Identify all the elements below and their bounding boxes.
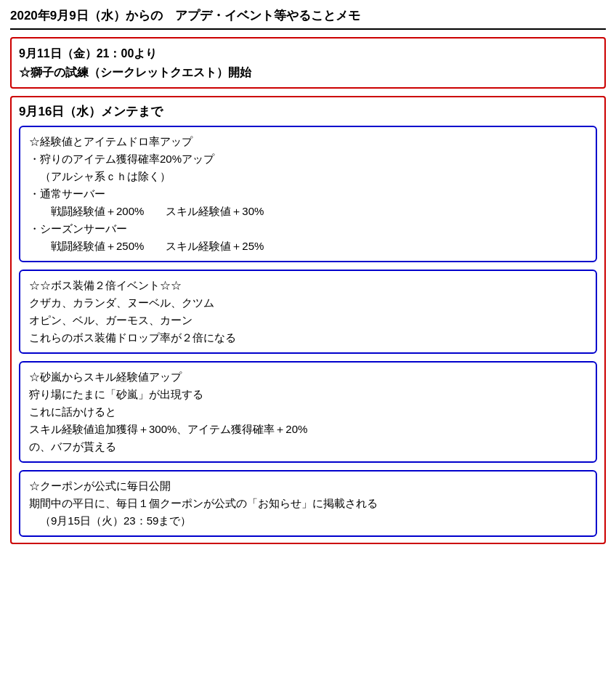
box1-line3: ・通常サーバー [29,185,587,203]
box3-line0: ☆砂嵐からスキル経験値アップ [29,368,587,386]
section1-line1: 9月11日（金）21：00より [19,44,597,63]
box3-line2: これに話かけると [29,403,587,421]
box1-line1: ・狩りのアイテム獲得確率20%アップ [29,150,587,168]
box1-line0: ☆経験値とアイテムドロ率アップ [29,133,587,150]
box2-line3: これらのボス装備ドロップ率が２倍になる [29,329,587,347]
box4-line1: 期間中の平日に、毎日１個クーポンが公式の「お知らせ」に掲載される [29,495,587,512]
section2-box4: ☆クーポンが公式に毎日公開 期間中の平日に、毎日１個クーポンが公式の「お知らせ」… [19,470,597,537]
section1-box: 9月11日（金）21：00より ☆獅子の試練（シークレットクエスト）開始 [10,37,606,89]
title-divider [10,28,606,30]
box1-line5: ・シーズンサーバー [29,220,587,238]
box2-line1: クザカ、カランダ、ヌーベル、クツム [29,294,587,312]
section2-box2: ☆☆ボス装備２倍イベント☆☆ クザカ、カランダ、ヌーベル、クツム オピン、ベル、… [19,270,597,354]
box2-line0: ☆☆ボス装備２倍イベント☆☆ [29,277,587,294]
section2-box3: ☆砂嵐からスキル経験値アップ 狩り場にたまに「砂嵐」が出現する これに話かけると… [19,361,597,463]
box4-line0: ☆クーポンが公式に毎日公開 [29,477,587,495]
page-title: 2020年9月9日（水）からの アプデ・イベント等やることメモ [10,7,606,24]
section2-outer-box: 9月16日（水）メンテまで ☆経験値とアイテムドロ率アップ ・狩りのアイテム獲得… [10,96,606,544]
box1-line2: （アルシャ系ｃｈは除く） [29,168,587,185]
box1-line4: 戦闘経験値＋200% スキル経験値＋30% [29,203,587,220]
section1-line2: ☆獅子の試練（シークレットクエスト）開始 [19,63,597,82]
box1-line6: 戦闘経験値＋250% スキル経験値＋25% [29,238,587,255]
section2-box1: ☆経験値とアイテムドロ率アップ ・狩りのアイテム獲得確率20%アップ （アルシャ… [19,126,597,262]
box4-line2: （9月15日（火）23：59まで） [29,512,587,530]
box3-line4: の、バフが貰える [29,438,587,456]
box3-line1: 狩り場にたまに「砂嵐」が出現する [29,386,587,403]
box3-line3: スキル経験値追加獲得＋300%、アイテム獲得確率＋20% [29,421,587,438]
box2-line2: オピン、ベル、ガーモス、カーン [29,312,587,329]
section2-title: 9月16日（水）メンテまで [19,103,597,120]
